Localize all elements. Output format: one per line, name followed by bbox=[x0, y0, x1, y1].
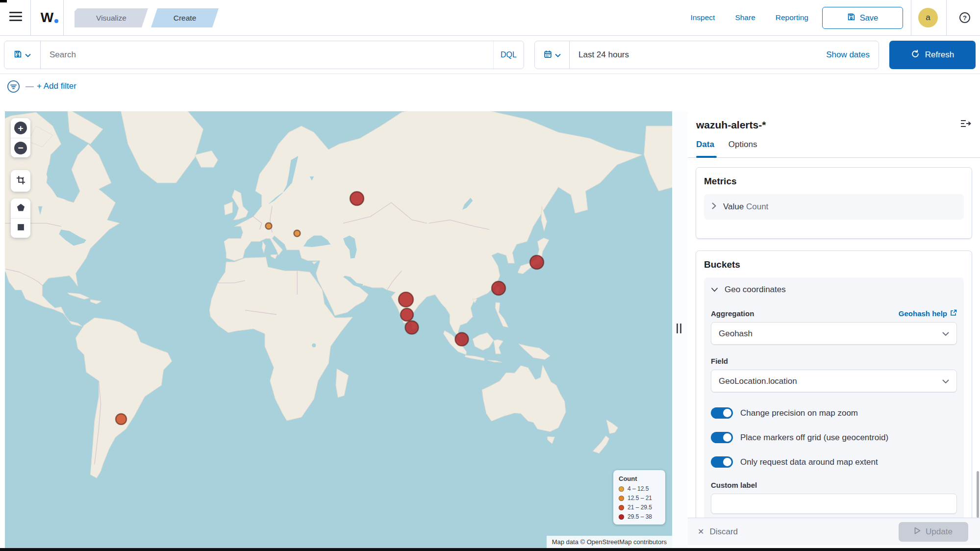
inspect-link[interactable]: Inspect bbox=[690, 13, 715, 22]
draw-rectangle-button[interactable] bbox=[11, 218, 30, 238]
save-button[interactable]: Save bbox=[822, 7, 903, 29]
breadcrumb-create[interactable]: Create bbox=[151, 8, 219, 27]
chevron-down-icon bbox=[711, 285, 718, 295]
legend-item: 12.5 – 21 bbox=[619, 495, 660, 501]
top-navbar: W Visualize Create Inspect Share Reporti… bbox=[0, 0, 980, 36]
map-marker[interactable] bbox=[455, 333, 469, 346]
close-icon: ✕ bbox=[698, 527, 704, 536]
search-input[interactable] bbox=[41, 41, 524, 69]
buckets-section: Buckets Geo coordinates Aggregation Geoh… bbox=[696, 250, 972, 528]
coordinate-map-canvas[interactable]: + − Count 4 – bbox=[5, 111, 672, 548]
tab-options[interactable]: Options bbox=[729, 140, 757, 155]
query-bar: DQL Last 24 hours Show dates Refresh bbox=[0, 36, 980, 74]
help-icon[interactable]: ? bbox=[959, 12, 970, 23]
breadcrumb: Visualize Create bbox=[75, 8, 219, 27]
markers-off-grid-toggle[interactable] bbox=[711, 432, 733, 443]
chevron-down-icon bbox=[555, 50, 561, 59]
geo-coordinates-bucket: Geo coordinates Aggregation Geohash help… bbox=[704, 277, 964, 522]
nav-divider bbox=[30, 0, 31, 35]
toggle-label: Change precision on map zoom bbox=[740, 408, 858, 418]
map-marker[interactable] bbox=[405, 321, 419, 334]
change-precision-toggle[interactable] bbox=[711, 407, 733, 419]
field-select[interactable]: GeoLocation.location bbox=[711, 370, 957, 393]
bucket-name-label: Geo coordinates bbox=[725, 285, 786, 295]
chevron-down-icon bbox=[25, 50, 31, 59]
legend-label: 21 – 29.5 bbox=[628, 504, 652, 511]
map-marker[interactable] bbox=[266, 223, 272, 229]
legend-dot bbox=[619, 496, 624, 501]
reporting-link[interactable]: Reporting bbox=[776, 13, 808, 22]
legend-item: 29.5 – 38 bbox=[619, 513, 660, 520]
toggle-label: Only request data around map extent bbox=[740, 457, 878, 467]
breadcrumb-visualize[interactable]: Visualize bbox=[75, 8, 148, 27]
panel-resizer-handle[interactable] bbox=[672, 111, 688, 548]
legend-dot bbox=[619, 486, 624, 492]
attribution-text: Map data © OpenStreetMap contributors bbox=[552, 538, 667, 546]
tab-underline bbox=[688, 157, 980, 158]
fit-data-bounds-button[interactable] bbox=[11, 170, 30, 192]
toggle-row: Only request data around map extent bbox=[711, 456, 957, 468]
add-filter-button[interactable]: + Add filter bbox=[37, 81, 76, 91]
toggle-row: Place markers off grid (use geocentroid) bbox=[711, 432, 957, 443]
logo-dot bbox=[54, 19, 58, 23]
crop-icon bbox=[16, 175, 25, 187]
date-picker: Last 24 hours Show dates bbox=[534, 41, 879, 69]
map-legend: Count 4 – 12.5 12.5 – 21 21 – 29.5 29.5 … bbox=[613, 470, 665, 525]
chevron-down-icon bbox=[942, 329, 949, 339]
map-marker[interactable] bbox=[350, 192, 364, 205]
refresh-button[interactable]: Refresh bbox=[889, 41, 976, 69]
map-marker[interactable] bbox=[492, 281, 505, 295]
map-marker[interactable] bbox=[399, 292, 413, 307]
resizer-grip-icon bbox=[677, 324, 683, 333]
query-language-button[interactable]: DQL bbox=[493, 41, 524, 69]
polygon-icon bbox=[17, 203, 25, 214]
update-label: Update bbox=[926, 527, 953, 537]
filter-divider bbox=[25, 86, 34, 87]
legend-dot bbox=[619, 514, 624, 520]
map-attribution: Map data © OpenStreetMap contributors bbox=[547, 536, 672, 548]
zoom-out-button[interactable]: − bbox=[11, 138, 30, 157]
show-dates-button[interactable]: Show dates bbox=[826, 50, 870, 60]
legend-label: 29.5 – 38 bbox=[628, 513, 652, 520]
update-button[interactable]: Update bbox=[899, 522, 968, 542]
panel-scrollbar[interactable] bbox=[977, 471, 979, 518]
aggregation-select[interactable]: Geohash bbox=[711, 322, 957, 345]
map-marker[interactable] bbox=[116, 414, 126, 425]
draw-polygon-button[interactable] bbox=[11, 199, 30, 218]
saved-query-menu-button[interactable] bbox=[4, 41, 41, 69]
fit-bounds-control bbox=[11, 170, 30, 192]
toggle-row: Change precision on map zoom bbox=[711, 407, 957, 419]
editor-footer: ✕ Discard Update bbox=[688, 518, 980, 545]
share-link[interactable]: Share bbox=[735, 13, 755, 22]
aggregation-label: Aggregation bbox=[711, 309, 754, 318]
collapse-panel-icon[interactable] bbox=[960, 119, 971, 130]
zoom-in-button[interactable]: + bbox=[11, 118, 30, 138]
draw-controls bbox=[11, 199, 30, 238]
metrics-section: Metrics Value Count bbox=[696, 167, 972, 239]
map-marker[interactable] bbox=[294, 230, 301, 237]
map-extent-toggle[interactable] bbox=[711, 456, 733, 468]
date-quick-select-button[interactable] bbox=[535, 41, 570, 69]
filter-icon[interactable] bbox=[7, 80, 20, 95]
time-range-value[interactable]: Last 24 hours bbox=[570, 50, 629, 60]
index-pattern-title: wazuh-alerts-* bbox=[696, 119, 766, 131]
avatar[interactable]: a bbox=[918, 8, 938, 27]
geohash-help-label: Geohash help bbox=[899, 309, 947, 318]
calendar-icon bbox=[544, 50, 552, 60]
discard-button[interactable]: ✕ Discard bbox=[698, 527, 738, 537]
nav-divider bbox=[911, 0, 911, 35]
map-marker[interactable] bbox=[401, 308, 413, 321]
wazuh-logo[interactable]: W bbox=[36, 0, 63, 35]
editor-tabs: Data Options bbox=[696, 140, 757, 155]
metrics-heading: Metrics bbox=[704, 176, 964, 187]
legend-item: 21 – 29.5 bbox=[619, 504, 660, 511]
logo-text: W bbox=[41, 10, 53, 25]
custom-label-input[interactable] bbox=[711, 494, 957, 514]
map-marker[interactable] bbox=[530, 255, 544, 269]
geo-coordinates-row[interactable]: Geo coordinates bbox=[711, 285, 957, 295]
window-bottom-edge bbox=[0, 548, 980, 551]
tab-data[interactable]: Data bbox=[696, 140, 714, 155]
geohash-help-link[interactable]: Geohash help bbox=[899, 309, 957, 318]
metric-value-count-row[interactable]: Value Count bbox=[704, 194, 964, 220]
hamburger-menu-icon[interactable] bbox=[9, 12, 22, 24]
